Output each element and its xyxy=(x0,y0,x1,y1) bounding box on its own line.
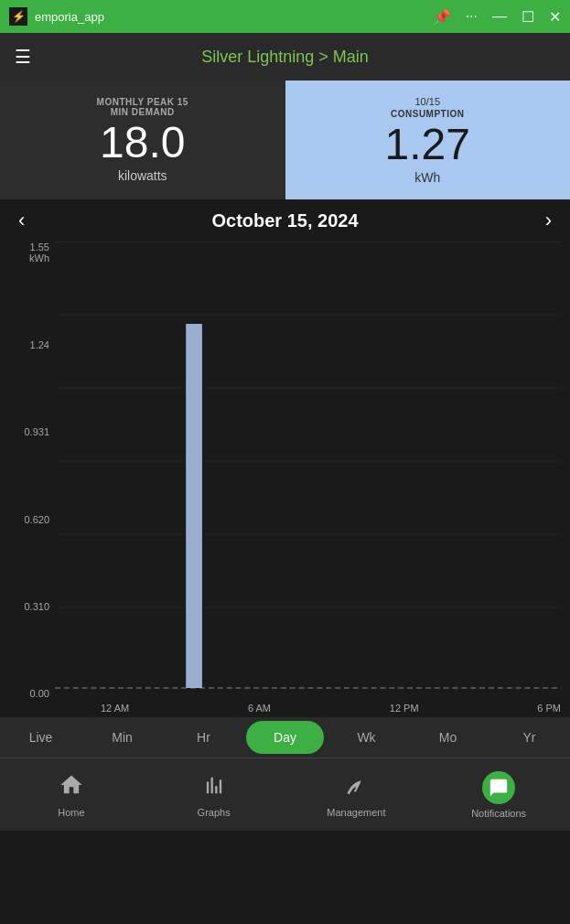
nav-graphs-label: Graphs xyxy=(198,807,231,818)
minimize-icon[interactable]: — xyxy=(492,8,507,25)
tab-mo[interactable]: Mo xyxy=(409,721,487,754)
monthly-peak-unit: kilowatts xyxy=(118,168,167,183)
nav-notifications-label: Notifications xyxy=(471,808,526,819)
monthly-peak-card: MONTHLY PEAK 15 MIN DEMAND 18.0 kilowatt… xyxy=(0,81,285,199)
title-bar: ⚡ emporia_app 📌 ··· — ☐ ✕ xyxy=(0,0,570,33)
app-title-label: emporia_app xyxy=(35,10,104,24)
pin-icon[interactable]: 📌 xyxy=(433,8,451,26)
chart-date-label: October 15, 2024 xyxy=(211,210,358,231)
x-label-6pm: 6 PM xyxy=(537,703,561,714)
x-axis-labels: 12 AM 6 AM 12 PM 6 PM xyxy=(101,699,561,717)
hamburger-menu-button[interactable]: ☰ xyxy=(15,46,31,68)
tab-min[interactable]: Min xyxy=(83,721,161,754)
nav-home-label: Home xyxy=(58,807,84,818)
prev-date-button[interactable]: ‹ xyxy=(18,209,25,232)
nav-management-label: Management xyxy=(327,807,385,818)
tab-live[interactable]: Live xyxy=(2,721,80,754)
nav-notifications[interactable]: Notifications xyxy=(427,758,570,831)
ellipsis-icon[interactable]: ··· xyxy=(466,8,478,25)
monthly-peak-label-line1: MONTHLY PEAK 15 xyxy=(97,97,188,107)
graphs-icon xyxy=(201,772,227,803)
monthly-peak-label-line2: MIN DEMAND xyxy=(111,107,175,117)
chart-section: ‹ October 15, 2024 › 1.55kWh 1.24 0.931 … xyxy=(0,199,570,717)
y-label-2: 1.24 xyxy=(9,339,49,350)
svg-rect-7 xyxy=(186,324,202,688)
y-label-5: 0.310 xyxy=(9,601,49,612)
tab-day[interactable]: Day xyxy=(246,721,324,754)
close-icon[interactable]: ✕ xyxy=(549,8,561,26)
consumption-label: CONSUMPTION xyxy=(391,109,465,119)
x-label-6am: 6 AM xyxy=(248,703,271,714)
page-title: Silver Lightning > Main xyxy=(201,48,369,67)
consumption-card[interactable]: 10/15 CONSUMPTION 1.27 kWh xyxy=(285,81,571,199)
bottom-nav: Home Graphs Management Notifications xyxy=(0,757,570,831)
chart-navigation: ‹ October 15, 2024 › xyxy=(0,199,570,242)
consumption-unit: kWh xyxy=(414,170,440,185)
x-label-12am: 12 AM xyxy=(101,703,129,714)
maximize-icon[interactable]: ☐ xyxy=(522,8,534,26)
chart-area: 12 AM 6 AM 12 PM 6 PM xyxy=(55,242,561,708)
tab-wk[interactable]: Wk xyxy=(328,721,405,754)
y-axis-labels: 1.55kWh 1.24 0.931 0.620 0.310 0.00 xyxy=(9,242,53,699)
management-icon xyxy=(343,772,369,803)
app-icon: ⚡ xyxy=(9,7,27,26)
monthly-peak-value: 18.0 xyxy=(100,121,185,165)
tab-yr[interactable]: Yr xyxy=(490,721,568,754)
tab-hr[interactable]: Hr xyxy=(165,721,242,754)
page-header: ☰ Silver Lightning > Main xyxy=(0,33,570,81)
y-label-top: 1.55kWh xyxy=(9,242,49,263)
home-icon xyxy=(59,772,84,803)
title-bar-controls: 📌 ··· — ☐ ✕ xyxy=(433,8,561,26)
chart-container: 1.55kWh 1.24 0.931 0.620 0.310 0.00 xyxy=(9,242,561,717)
title-bar-left: ⚡ emporia_app xyxy=(9,7,104,26)
stats-row: MONTHLY PEAK 15 MIN DEMAND 18.0 kilowatt… xyxy=(0,81,570,199)
chart-svg xyxy=(55,242,561,699)
y-label-bottom: 0.00 xyxy=(9,688,49,699)
y-label-3: 0.931 xyxy=(9,426,49,437)
nav-home[interactable]: Home xyxy=(0,758,143,831)
next-date-button[interactable]: › xyxy=(545,209,552,232)
nav-management[interactable]: Management xyxy=(285,758,428,831)
period-tabs: Live Min Hr Day Wk Mo Yr xyxy=(0,717,570,757)
consumption-value: 1.27 xyxy=(385,123,470,167)
consumption-date: 10/15 xyxy=(414,96,440,107)
notifications-icon xyxy=(482,771,515,804)
y-label-4: 0.620 xyxy=(9,514,49,525)
x-label-12pm: 12 PM xyxy=(390,703,419,714)
nav-graphs[interactable]: Graphs xyxy=(143,758,285,831)
